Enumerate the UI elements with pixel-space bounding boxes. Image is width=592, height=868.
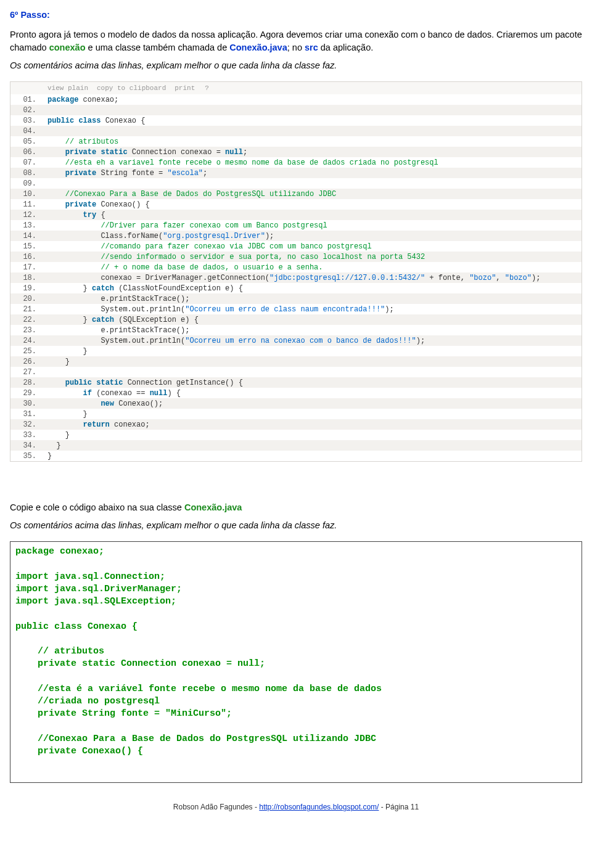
toolbar-help[interactable]: ?	[205, 84, 209, 92]
code-content: if (conexao == null) {	[43, 388, 582, 398]
comment-note-2: Os comentários acima das linhas, explica…	[10, 520, 582, 530]
code-row: 28. public static Connection getInstance…	[10, 377, 582, 388]
line-number: 18.	[10, 272, 43, 283]
code-row: 10. //Conexao Para a Base de Dados do Po…	[10, 189, 582, 199]
code-row: 08. private String fonte = "escola";	[10, 168, 582, 178]
code-row: 07. //esta eh a variavel fonte recebe o …	[10, 157, 582, 168]
code-row: 18. conexao = DriverManager.getConnectio…	[10, 272, 582, 283]
intro-t4: da aplicação.	[318, 43, 373, 52]
code-content: //sendo informado o servidor e sua porta…	[43, 252, 582, 262]
code-row: 23. e.printStackTrace();	[10, 325, 582, 335]
code-row: 04.	[10, 126, 582, 136]
code-content: package conexao;	[43, 94, 582, 105]
toolbar-print[interactable]: print	[175, 84, 195, 92]
line-number: 15.	[10, 241, 43, 252]
code-content: private Conexao() {	[43, 199, 582, 210]
line-number: 12.	[10, 210, 43, 220]
intro-paragraph: Pronto agora já temos o modelo de dados …	[10, 28, 582, 54]
line-number: 35.	[10, 451, 43, 461]
code-row: 24. System.out.println("Ocorreu um erro …	[10, 335, 582, 346]
line-number: 28.	[10, 377, 43, 388]
code-row: 15. //comando para fazer conexao via JDB…	[10, 241, 582, 252]
code-content: //Driver para fazer conexao com um Banco…	[43, 220, 582, 231]
intro-pkg: conexão	[49, 43, 86, 52]
code-row: 32. return conexao;	[10, 419, 582, 430]
toolbar-copy[interactable]: copy to clipboard	[97, 84, 166, 92]
line-number: 05.	[10, 136, 43, 147]
line-number: 24.	[10, 335, 43, 346]
code-content: public static Connection getInstance() {	[43, 377, 582, 388]
code-row: 20. e.printStackTrace();	[10, 293, 582, 304]
code-toolbar: view plaincopy to clipboardprint?	[10, 82, 582, 94]
line-number: 25.	[10, 346, 43, 356]
code-content: System.out.println("Ocorreu um erro de c…	[43, 304, 582, 314]
code-content: }	[43, 440, 582, 451]
code-row: 02.	[10, 105, 582, 115]
code-content: } catch (ClassNotFoundException e) {	[43, 283, 582, 293]
code-content: //comando para fazer conexao via JDBC co…	[43, 241, 582, 252]
line-number: 34.	[10, 440, 43, 451]
line-number: 17.	[10, 262, 43, 272]
code-row: 12. try {	[10, 210, 582, 220]
line-number: 26.	[10, 356, 43, 367]
line-number: 33.	[10, 430, 43, 440]
code-row: 27.	[10, 367, 582, 377]
code-content: private static Connection conexao = null…	[43, 147, 582, 157]
code-row: 29. if (conexao == null) {	[10, 388, 582, 398]
code-row: 01.package conexao;	[10, 94, 582, 105]
code-content: // atributos	[43, 136, 582, 147]
line-number: 11.	[10, 199, 43, 210]
code-content: }	[43, 409, 582, 419]
code-content: private String fonte = "escola";	[43, 168, 582, 178]
code-content: Class.forName("org.postgresql.Driver");	[43, 231, 582, 241]
line-number: 21.	[10, 304, 43, 314]
code-row: 31. }	[10, 409, 582, 419]
line-number: 10.	[10, 189, 43, 199]
code-row: 34. }	[10, 440, 582, 451]
line-number: 16.	[10, 252, 43, 262]
code-row: 30. new Conexao();	[10, 398, 582, 409]
code-content: // + o nome da base de dados, o usuario …	[43, 262, 582, 272]
line-number: 22.	[10, 314, 43, 325]
line-number: 06.	[10, 147, 43, 157]
code-lines: 01.package conexao;02. 03.public class C…	[10, 94, 582, 461]
code-content	[43, 178, 582, 189]
line-number: 30.	[10, 398, 43, 409]
code-row: 33. }	[10, 430, 582, 440]
code-row: 17. // + o nome da base de dados, o usua…	[10, 262, 582, 272]
copy-paste-paragraph: Copie e cole o código abaixo na sua clas…	[10, 501, 582, 514]
intro-class: Conexão.java	[229, 43, 287, 52]
line-number: 09.	[10, 178, 43, 189]
footer-link[interactable]: http://robsonfagundes.blogspot.com/	[259, 803, 379, 811]
code-content: return conexao;	[43, 419, 582, 430]
intro-src: src	[305, 43, 318, 52]
code-row: 06. private static Connection conexao = …	[10, 147, 582, 157]
code-row: 09.	[10, 178, 582, 189]
footer-author: Robson Adão Fagundes -	[173, 803, 259, 811]
page-footer: Robson Adão Fagundes - http://robsonfagu…	[10, 800, 582, 820]
code-row: 11. private Conexao() {	[10, 199, 582, 210]
code-content: conexao = DriverManager.getConnection("j…	[43, 272, 582, 283]
code-content: }	[43, 346, 582, 356]
line-number: 23.	[10, 325, 43, 335]
footer-page: - Página 11	[379, 803, 419, 811]
comment-note: Os comentários acima das linhas, explica…	[10, 60, 582, 70]
code-content	[43, 126, 582, 136]
code-content: e.printStackTrace();	[43, 325, 582, 335]
code-content: }	[43, 451, 582, 461]
toolbar-view-plain[interactable]: view plain	[47, 84, 88, 92]
code-row: 14. Class.forName("org.postgresql.Driver…	[10, 231, 582, 241]
line-number: 27.	[10, 367, 43, 377]
step-heading: 6º Passo:	[10, 10, 582, 20]
code-content: new Conexao();	[43, 398, 582, 409]
code-row: 16. //sendo informado o servidor e sua p…	[10, 252, 582, 262]
code-content: public class Conexao {	[43, 115, 582, 126]
code-content: //esta eh a variavel fonte recebe o mesm…	[43, 157, 582, 168]
code-viewer: view plaincopy to clipboardprint? 01.pac…	[10, 81, 582, 462]
line-number: 08.	[10, 168, 43, 178]
code-box-plain: package conexao; import java.sql.Connect…	[10, 541, 582, 783]
line-number: 01.	[10, 94, 43, 105]
code-row: 26. }	[10, 356, 582, 367]
code-row: 35.}	[10, 451, 582, 461]
code-row: 22. } catch (SQLException e) {	[10, 314, 582, 325]
